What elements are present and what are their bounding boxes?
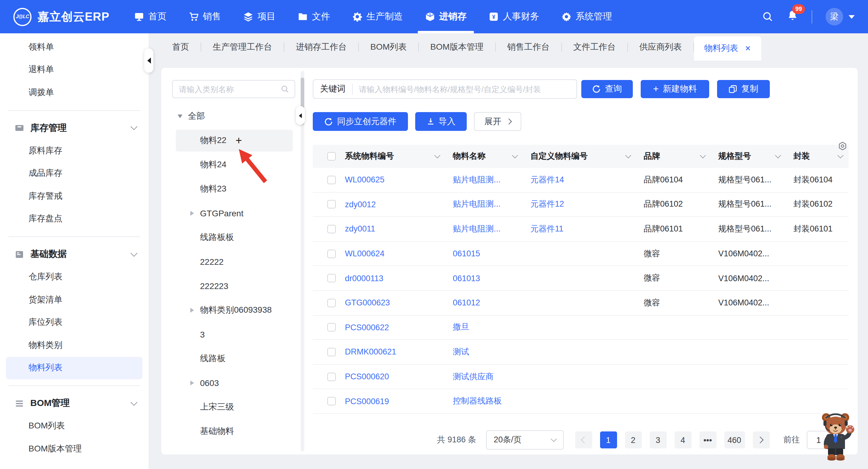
page-button-4[interactable]: 4 [674, 431, 691, 448]
nav-item-sales[interactable]: 销售 [188, 0, 221, 33]
row-checkbox[interactable] [327, 200, 336, 209]
keyword-input[interactable] [353, 85, 577, 94]
sidebar-item-raw-inventory[interactable]: 原料库存 [6, 139, 143, 162]
cell-system-code[interactable]: zdy0011 [338, 224, 445, 233]
tree-node-0603[interactable]: 0603 [161, 371, 301, 395]
cell-name[interactable]: 撒旦 [445, 322, 523, 333]
cell-custom-code[interactable]: 元器件12 [523, 199, 637, 210]
cell-name[interactable]: 贴片电阻测... [445, 199, 523, 210]
cell-name[interactable]: 贴片电阻测... [445, 224, 523, 234]
nav-item-system[interactable]: 系统管理 [561, 0, 612, 33]
sidebar-group-inventory[interactable]: 库存管理 [0, 117, 149, 139]
search-icon[interactable] [762, 11, 773, 23]
page-size-select[interactable]: 20条/页 [486, 430, 563, 449]
cell-system-code[interactable]: DRMK000621 [338, 347, 445, 356]
cell-system-code[interactable]: PCS000620 [338, 372, 445, 381]
next-page-button[interactable] [752, 431, 770, 448]
row-checkbox[interactable] [327, 323, 336, 332]
column-header-system-code[interactable]: 系统物料编号 [338, 151, 445, 162]
column-header-name[interactable]: 物料名称 [445, 151, 523, 162]
query-button[interactable]: 查询 [581, 80, 633, 98]
sidebar-item-transfer-order[interactable]: 调拨单 [6, 81, 143, 104]
sidebar-item-bom-version[interactable]: BOM版本管理 [6, 437, 143, 460]
tree-collapse-handle[interactable] [296, 106, 305, 125]
tree-node-circuit-board[interactable]: 线路板 [161, 347, 301, 371]
nav-item-inventory[interactable]: 进销存 [425, 0, 466, 33]
cell-name[interactable]: 贴片电阻测... [445, 175, 523, 185]
add-category-icon[interactable]: + [236, 135, 242, 146]
cell-name[interactable]: 061013 [445, 274, 523, 283]
sidebar-group-base-data[interactable]: 基础数据 [0, 243, 149, 266]
tab-supplier-list[interactable]: 供应商列表 [628, 33, 693, 61]
create-material-button[interactable]: + 新建物料 [641, 80, 709, 98]
sidebar-item-location-list[interactable]: 库位列表 [6, 311, 143, 334]
user-menu[interactable]: 梁 [826, 8, 855, 26]
tree-node-material23[interactable]: 物料23 [161, 177, 301, 201]
cell-system-code[interactable]: zdy0012 [338, 200, 445, 209]
sidebar-item-inventory-alert[interactable]: 库存警戒 [6, 185, 143, 208]
cell-custom-code[interactable]: 元器件11 [523, 224, 637, 234]
row-checkbox[interactable] [327, 372, 336, 381]
tree-scrollbar[interactable] [301, 71, 304, 451]
cell-system-code[interactable]: PCS000619 [338, 397, 445, 406]
tab-home[interactable]: 首页 [161, 33, 200, 61]
copy-button[interactable]: 复制 [717, 80, 770, 98]
tree-node-22222[interactable]: 22222 [161, 250, 301, 274]
page-button-1[interactable]: 1 [600, 431, 617, 448]
page-button-460[interactable]: 460 [724, 431, 745, 448]
nav-item-hr-finance[interactable]: ¥ 人事财务 [488, 0, 539, 33]
sidebar-collapse-handle[interactable] [144, 49, 153, 73]
row-checkbox[interactable] [327, 249, 336, 258]
import-button[interactable]: 导入 [415, 112, 467, 131]
cell-system-code[interactable]: PCS000622 [338, 323, 445, 332]
nav-item-files[interactable]: 文件 [297, 0, 330, 33]
row-checkbox[interactable] [327, 348, 336, 356]
sidebar-item-finished-inventory[interactable]: 成品库存 [6, 162, 143, 185]
column-header-spec[interactable]: 规格型号 [711, 151, 786, 162]
more-pages-button[interactable]: ••• [699, 431, 716, 448]
tab-inventory-workbench[interactable]: 进销存工作台 [284, 33, 358, 61]
cell-name[interactable]: 控制器线路板 [445, 396, 523, 407]
column-header-brand[interactable]: 品牌 [637, 151, 711, 162]
row-checkbox[interactable] [327, 176, 336, 184]
sync-jlc-parts-button[interactable]: 同步立创元器件 [313, 112, 408, 131]
sidebar-item-bom-list[interactable]: BOM列表 [6, 415, 143, 437]
tree-node-base-material[interactable]: 基础物料 [161, 419, 301, 443]
cell-system-code[interactable]: GTG000623 [338, 299, 445, 308]
close-icon[interactable]: ✕ [745, 45, 751, 52]
sidebar-item-warehouse-list[interactable]: 仓库列表 [6, 266, 143, 288]
cell-name[interactable]: 测试 [445, 347, 523, 357]
row-checkbox[interactable] [327, 274, 336, 282]
nav-item-home[interactable]: 首页 [134, 0, 166, 33]
cell-custom-code[interactable]: 元器件14 [523, 175, 637, 185]
nav-item-manufacturing[interactable]: 生产制造 [352, 0, 403, 33]
nav-item-projects[interactable]: 项目 [243, 0, 276, 33]
page-button-3[interactable]: 3 [650, 431, 666, 448]
tree-node-all[interactable]: 全部 [161, 104, 301, 128]
cell-system-code[interactable]: WL000625 [338, 176, 445, 185]
tree-node-material22[interactable]: 物料22 + [161, 128, 301, 153]
sidebar-item-material-requisition[interactable]: 领料单 [6, 36, 143, 59]
tab-files-workbench[interactable]: 文件工作台 [562, 33, 627, 61]
row-checkbox[interactable] [327, 299, 336, 307]
tree-node-category-06093938[interactable]: 物料类别06093938 [161, 298, 301, 322]
tab-material-list[interactable]: 物料列表 ✕ [694, 36, 761, 61]
mascot-bear[interactable] [818, 410, 856, 461]
tab-bom-version[interactable]: BOM版本管理 [419, 33, 495, 61]
tab-sales-workbench[interactable]: 销售工作台 [496, 33, 561, 61]
cell-system-code[interactable]: dr0000113 [338, 274, 445, 283]
tree-node-material24[interactable]: 物料24 [161, 153, 301, 177]
cell-name[interactable]: 061015 [445, 249, 523, 258]
sidebar-item-shelf-list[interactable]: 货架清单 [6, 288, 143, 311]
tree-node-3[interactable]: 3 [161, 322, 301, 347]
tab-bom-list[interactable]: BOM列表 [359, 33, 418, 61]
sidebar-item-material-category[interactable]: 物料类别 [6, 334, 143, 356]
column-header-custom-code[interactable]: 自定义物料编号 [523, 151, 637, 162]
sidebar-item-material-list[interactable]: 物料列表 [6, 356, 143, 379]
tree-node-circuit-board-board[interactable]: 线路板板 [161, 225, 301, 250]
tree-node-222223[interactable]: 222223 [161, 274, 301, 298]
column-settings-button[interactable] [838, 141, 847, 153]
tab-production-workbench[interactable]: 生产管理工作台 [201, 33, 284, 61]
prev-page-button[interactable] [575, 431, 592, 448]
select-all-checkbox[interactable] [327, 152, 336, 161]
